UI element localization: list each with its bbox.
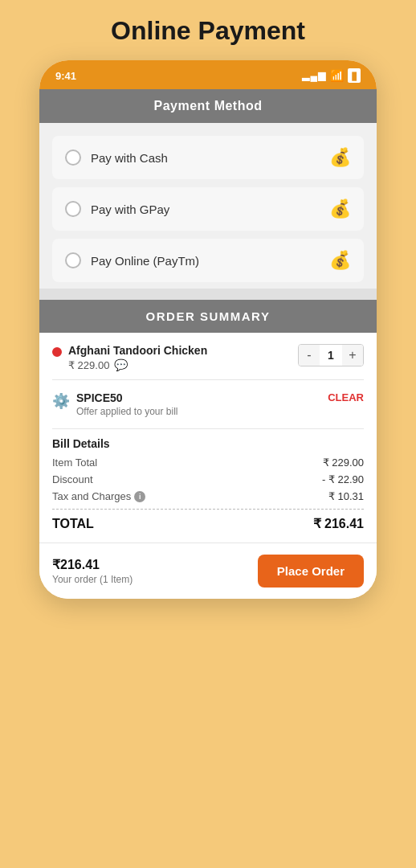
item-veg-dot — [52, 347, 62, 357]
coupon-divider — [52, 428, 364, 429]
bottom-amount: ₹216.41 — [52, 557, 133, 572]
qty-increase-button[interactable]: + — [342, 344, 363, 366]
clear-coupon-button[interactable]: CLEAR — [328, 391, 364, 403]
bill-label-tax: Tax and Charges i — [52, 490, 145, 502]
bottom-description: Your order (1 Item) — [52, 574, 133, 585]
coupon-gear-icon: ⚙️ — [52, 392, 70, 410]
section-divider — [39, 289, 377, 300]
bill-row-item-total: Item Total ₹ 229.00 — [52, 457, 364, 469]
coupon-row: ⚙️ SPICE50 Offer applied to your bill CL… — [52, 388, 364, 420]
coupon-description: Offer applied to your bill — [76, 406, 178, 417]
item-price: ₹ 229.00 — [68, 359, 109, 371]
payment-option-label-paytm: Pay Online (PayTm) — [91, 254, 199, 268]
payment-option-gpay[interactable]: Pay with GPay 💰 — [52, 187, 364, 231]
status-icons: ▂▄▆ 📶 ▮ — [302, 68, 361, 83]
place-order-button[interactable]: Place Order — [258, 555, 364, 588]
order-item-row: Afghani Tandoori Chicken ₹ 229.00 💬 - 1 … — [52, 344, 364, 371]
item-divider — [52, 379, 364, 380]
coupon-info: SPICE50 Offer applied to your bill — [76, 391, 178, 417]
payment-options-container: Pay with Cash 💰 Pay with GPay 💰 Pay Onli… — [39, 123, 377, 289]
bill-value-discount: - ₹ 22.90 — [322, 473, 364, 485]
radio-paytm[interactable] — [65, 252, 81, 268]
bill-row-discount: Discount - ₹ 22.90 — [52, 473, 364, 485]
coupon-code: SPICE50 — [76, 391, 178, 404]
signal-icon: ▂▄▆ — [302, 70, 326, 81]
payment-option-label-cash: Pay with Cash — [91, 151, 168, 165]
total-row: TOTAL ₹ 216.41 — [52, 516, 364, 531]
payment-option-left-paytm: Pay Online (PayTm) — [65, 252, 199, 268]
order-summary-body: Afghani Tandoori Chicken ₹ 229.00 💬 - 1 … — [39, 333, 377, 542]
page-title: Online Payment — [0, 8, 416, 46]
bill-label-discount: Discount — [52, 473, 93, 485]
payment-option-left-gpay: Pay with GPay — [65, 201, 169, 217]
wifi-icon: 📶 — [330, 69, 344, 82]
total-value: ₹ 216.41 — [313, 516, 364, 531]
bottom-bar: ₹216.41 Your order (1 Item) Place Order — [39, 542, 377, 599]
quantity-control[interactable]: - 1 + — [298, 344, 364, 366]
status-time: 9:41 — [55, 70, 76, 82]
bill-label-item-total: Item Total — [52, 457, 97, 469]
qty-value: 1 — [320, 349, 342, 362]
bottom-total: ₹216.41 Your order (1 Item) — [52, 557, 133, 585]
payment-option-label-gpay: Pay with GPay — [91, 203, 169, 216]
payment-option-cash[interactable]: Pay with Cash 💰 — [52, 136, 364, 179]
radio-gpay[interactable] — [65, 201, 81, 217]
bill-value-item-total: ₹ 229.00 — [323, 457, 364, 469]
order-summary-header: ORDER SUMMARY — [39, 300, 377, 333]
tax-info-icon[interactable]: i — [134, 491, 145, 502]
payment-method-header: Payment Method — [39, 89, 377, 123]
page-wrapper: Online Payment 9:41 ▂▄▆ 📶 ▮ Payment Meth… — [0, 0, 416, 868]
battery-icon: ▮ — [348, 68, 361, 83]
total-divider — [52, 509, 364, 510]
payment-option-left-cash: Pay with Cash — [65, 149, 168, 166]
coupon-left: ⚙️ SPICE50 Offer applied to your bill — [52, 391, 178, 417]
status-bar: 9:41 ▂▄▆ 📶 ▮ — [39, 60, 377, 89]
phone-frame: 9:41 ▂▄▆ 📶 ▮ Payment Method Pay with Cas… — [39, 60, 377, 599]
qty-decrease-button[interactable]: - — [299, 344, 320, 366]
order-item-left: Afghani Tandoori Chicken ₹ 229.00 💬 — [52, 344, 207, 371]
chat-icon: 💬 — [114, 358, 128, 371]
item-price-row: ₹ 229.00 💬 — [68, 358, 207, 371]
total-label: TOTAL — [52, 517, 94, 531]
wallet-icon-paytm: 💰 — [329, 250, 351, 271]
bill-value-tax: ₹ 10.31 — [328, 490, 364, 502]
wallet-icon-gpay: 💰 — [329, 199, 351, 219]
bill-details-title: Bill Details — [52, 437, 364, 450]
wallet-icon-cash: 💰 — [329, 147, 351, 168]
radio-cash[interactable] — [65, 149, 81, 166]
bill-row-tax: Tax and Charges i ₹ 10.31 — [52, 490, 364, 502]
item-name: Afghani Tandoori Chicken — [68, 344, 207, 357]
payment-option-paytm[interactable]: Pay Online (PayTm) 💰 — [52, 239, 364, 282]
